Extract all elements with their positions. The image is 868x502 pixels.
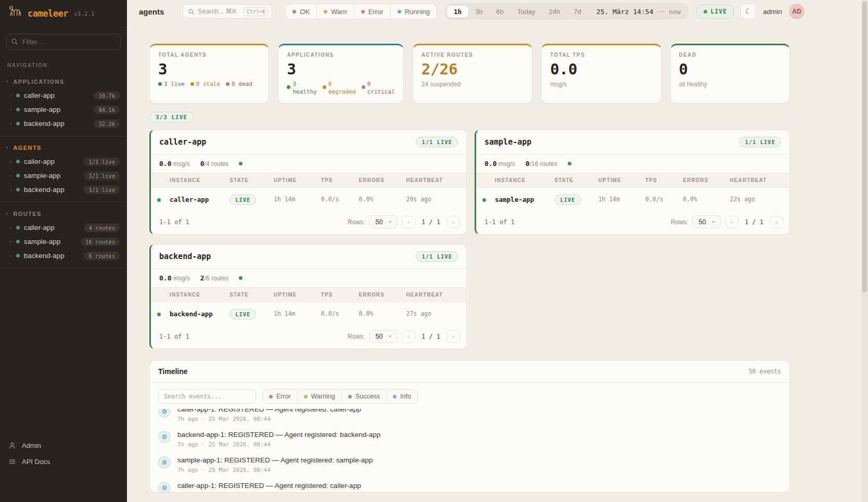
- error-dot: [269, 395, 273, 398]
- item-label: backend-app: [24, 252, 80, 260]
- timeline-event[interactable]: ⚙ sample-app-1: REGISTERED — Agent regis…: [150, 453, 789, 478]
- sidebar-filter-input[interactable]: [6, 34, 121, 50]
- topbar: agents Ctrl+K OK Warn Error Running: [127, 0, 868, 23]
- table-row[interactable]: backend-app LIVE 1h 14m 0.0/s 0.0% 27s a…: [151, 302, 466, 326]
- sidebar-item-routes-backend-app[interactable]: › backend-app 6 routes: [0, 249, 127, 263]
- item-badge: 32.2k: [94, 120, 120, 128]
- table-header-row: INSTANCE STATE UPTIME TPS ERRORS HEARTBE…: [476, 173, 789, 188]
- col-instance: INSTANCE: [167, 173, 226, 188]
- page-scrollbar[interactable]: [861, 0, 868, 502]
- sidebar-link-admin[interactable]: Admin: [0, 437, 127, 454]
- rows-value: 50: [375, 332, 382, 340]
- prev-page-button[interactable]: ‹: [725, 216, 738, 228]
- timeline-event-list[interactable]: ⚙ caller-app-1: REGISTERED — Agent regis…: [150, 409, 789, 492]
- next-page-button[interactable]: ›: [446, 330, 460, 343]
- filter-chip-error[interactable]: Error: [354, 4, 390, 19]
- timeline-filter-group: Error Warning Success Info: [262, 389, 418, 404]
- sidebar-item-agents-sample-app[interactable]: › sample-app 1/1 live: [0, 169, 127, 183]
- gear-icon: ⚙: [158, 456, 171, 469]
- dark-mode-toggle[interactable]: ☾: [741, 4, 756, 19]
- time-range-today[interactable]: Today: [510, 6, 542, 18]
- timeline-event[interactable]: ⚙ caller-app-1: REGISTERED — Agent regis…: [150, 409, 789, 427]
- app-live-badge: 1/1 LIVE: [416, 251, 458, 262]
- sidebar-item-agents-backend-app[interactable]: › backend-app 1/1 live: [0, 183, 127, 197]
- sidebar-item-routes-sample-app[interactable]: › sample-app 16 routes: [0, 235, 127, 249]
- item-badge: 6 routes: [84, 252, 120, 260]
- chevron-right-icon: ›: [10, 121, 12, 126]
- filter-chip-ok[interactable]: OK: [286, 4, 316, 19]
- scrollbar-thumb[interactable]: [862, 1, 867, 292]
- section-header-routes[interactable]: ▾ ROUTES: [0, 207, 127, 221]
- prev-page-button[interactable]: ‹: [402, 330, 415, 343]
- breakdown-text: degraded: [328, 88, 356, 96]
- brand[interactable]: cameleer v3.2.1: [0, 0, 127, 28]
- sidebar-item-agents-caller-app[interactable]: › caller-app 1/1 live: [0, 155, 127, 169]
- filter-chip-warn[interactable]: Warn: [316, 4, 354, 19]
- app-tps-value: 0.0: [159, 274, 171, 282]
- prev-page-button[interactable]: ‹: [402, 216, 415, 228]
- app-title[interactable]: sample-app: [484, 137, 531, 147]
- app-routes-suffix: /16 routes: [530, 160, 557, 168]
- sidebar-link-api-docs[interactable]: API Docs: [0, 454, 127, 470]
- cell-errors: 0.0%: [680, 188, 726, 211]
- app-tps-unit: msg/s: [173, 160, 190, 168]
- event-timestamp: 7h ago · 25 Mar 2026, 08:44: [177, 416, 361, 422]
- timeline-chip-error[interactable]: Error: [263, 390, 297, 403]
- timeline-event[interactable]: ⚙ caller-app-1: REGISTERED — Agent regis…: [150, 478, 789, 492]
- time-range-3h[interactable]: 3h: [468, 6, 489, 18]
- sidebar-item-routes-caller-app[interactable]: › caller-app 4 routes: [0, 221, 127, 235]
- time-display[interactable]: 25. März 14:54 — now: [596, 8, 681, 16]
- row-range: 1-1 of 1: [484, 218, 515, 226]
- sidebar-item-applications-backend-app[interactable]: › backend-app 32.2k: [0, 117, 127, 131]
- stat-label: TOTAL AGENTS: [158, 52, 260, 58]
- time-range-7d[interactable]: 7d: [567, 6, 588, 18]
- time-range-6h[interactable]: 6h: [490, 6, 510, 18]
- timeline-chip-success[interactable]: Success: [341, 390, 386, 403]
- item-label: caller-app: [24, 224, 80, 231]
- time-range-group: 1h 3h 6h Today 24h 7d 25. März 14:54 — n…: [445, 3, 688, 20]
- sidebar-item-applications-sample-app[interactable]: › sample-app 84.1k: [0, 102, 127, 117]
- instance-status-dot: [157, 313, 161, 316]
- col-heartbeat: HEARTBEAT: [726, 173, 789, 188]
- col-tps: TPS: [642, 173, 680, 188]
- chevron-right-icon: ›: [10, 107, 12, 112]
- timeline-chip-warning[interactable]: Warning: [297, 390, 341, 403]
- app-title[interactable]: caller-app: [159, 137, 206, 147]
- dead-dot: [226, 82, 229, 86]
- filter-chip-running[interactable]: Running: [390, 4, 437, 19]
- breakdown-value: 0: [328, 81, 356, 88]
- status-dot: [16, 240, 20, 243]
- cell-uptime: 1h 14m: [271, 188, 318, 211]
- time-display-separator: —: [658, 8, 665, 15]
- info-dot: [393, 395, 397, 398]
- status-dot: [16, 174, 20, 177]
- timeline-event[interactable]: ⚙ backend-app-1: REGISTERED — Agent regi…: [150, 427, 789, 453]
- avatar[interactable]: AD: [789, 4, 805, 19]
- next-page-button[interactable]: ›: [770, 216, 783, 228]
- app-title[interactable]: backend-app: [159, 252, 211, 261]
- time-range-24h[interactable]: 24h: [542, 6, 567, 18]
- rows-per-page-select[interactable]: 50▾: [369, 330, 397, 343]
- global-search[interactable]: Ctrl+K: [183, 4, 272, 19]
- section-header-applications[interactable]: ▾ APPLICATIONS: [0, 74, 127, 88]
- cell-instance: caller-app: [167, 188, 226, 211]
- topbar-right: LIVE ☾ admin AD: [697, 4, 805, 19]
- cell-tps: 0.0/s: [318, 302, 356, 326]
- next-page-button[interactable]: ›: [446, 216, 460, 228]
- sidebar-item-applications-caller-app[interactable]: › caller-app 10.7k: [0, 88, 127, 102]
- table-row[interactable]: sample-app LIVE 1h 14m 0.0/s 0.0% 22s ag…: [476, 188, 789, 211]
- rows-per-page-select[interactable]: 50▾: [369, 215, 397, 228]
- api-docs-link-label: API Docs: [22, 458, 50, 466]
- section-header-agents[interactable]: ▾ AGENTS: [0, 140, 127, 155]
- item-label: backend-app: [24, 120, 90, 127]
- time-range-1h[interactable]: 1h: [447, 6, 468, 18]
- rows-per-page-select[interactable]: 50▾: [692, 215, 720, 228]
- stat-sub: msg/s: [550, 81, 652, 88]
- stat-label: ACTIVE ROUTES: [422, 52, 524, 58]
- page-indicator: 1 / 1: [422, 218, 440, 226]
- timeline-search-input[interactable]: [158, 389, 256, 404]
- live-status-badge[interactable]: LIVE: [697, 5, 734, 19]
- timeline-chip-info[interactable]: Info: [386, 390, 417, 403]
- table-row[interactable]: caller-app LIVE 1h 14m 0.0/s 0.0% 20s ag…: [151, 188, 466, 211]
- global-search-input[interactable]: [198, 8, 240, 15]
